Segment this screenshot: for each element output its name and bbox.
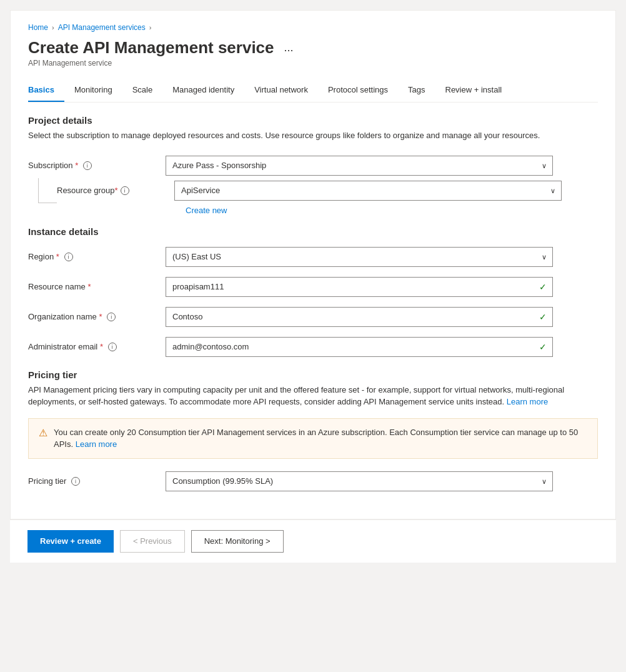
tab-scale[interactable]: Scale — [122, 79, 163, 102]
breadcrumb-sep2: › — [149, 24, 152, 31]
resource-name-label: Resource name * — [28, 282, 166, 291]
next-button[interactable]: Next: Monitoring > — [191, 530, 284, 553]
pricing-learn-more-link[interactable]: Learn more — [507, 397, 548, 406]
resource-group-select[interactable]: ApiService — [174, 181, 562, 201]
pricing-tier-control: Consumption (99.95% SLA) ∨ — [166, 471, 553, 491]
pricing-tier-desc: API Management pricing tiers vary in com… — [28, 384, 598, 408]
resource-group-label: Resource group * i — [57, 181, 174, 201]
ellipsis-button[interactable]: ... — [281, 40, 297, 56]
review-create-button[interactable]: Review + create — [27, 530, 114, 553]
subscription-required: * — [75, 161, 78, 170]
tab-bar: Basics Monitoring Scale Managed identity… — [28, 79, 598, 103]
rn-required: * — [87, 282, 91, 291]
org-name-control: ✓ — [166, 307, 553, 327]
breadcrumb-home[interactable]: Home — [28, 23, 48, 32]
breadcrumb: Home › API Management services › — [28, 23, 598, 32]
warning-box: ⚠ You can create only 20 Consumption tie… — [28, 418, 598, 459]
region-label: Region * i — [28, 252, 166, 262]
rg-required: * — [115, 186, 118, 195]
email-info-icon[interactable]: i — [108, 343, 117, 351]
email-required: * — [100, 342, 103, 351]
project-details-title: Project details — [28, 115, 598, 126]
pricing-tier-select[interactable]: Consumption (99.95% SLA) — [166, 471, 553, 491]
instance-details-title: Instance details — [28, 226, 598, 237]
pricing-tier-title: Pricing tier — [28, 369, 598, 380]
tab-managed-identity[interactable]: Managed identity — [162, 79, 244, 102]
admin-email-check-icon: ✓ — [539, 342, 547, 352]
warning-text: You can create only 20 Consumption tier … — [54, 426, 587, 451]
region-control: (US) East US ∨ — [166, 247, 553, 267]
page-subtitle: API Management service — [28, 59, 598, 68]
tab-review-install[interactable]: Review + install — [435, 79, 512, 102]
tab-protocol-settings[interactable]: Protocol settings — [318, 79, 398, 102]
subscription-label: Subscription * i — [28, 161, 166, 171]
tab-monitoring[interactable]: Monitoring — [64, 79, 122, 102]
footer: Review + create < Previous Next: Monitor… — [10, 519, 616, 563]
resource-name-check-icon: ✓ — [539, 282, 547, 292]
pricing-tier-info-icon[interactable]: i — [71, 477, 80, 486]
breadcrumb-sep1: › — [52, 24, 54, 31]
org-required: * — [99, 312, 102, 321]
subscription-select[interactable]: Azure Pass - Sponsorship — [166, 156, 553, 176]
subscription-control: Azure Pass - Sponsorship ∨ — [166, 156, 553, 176]
tab-tags[interactable]: Tags — [398, 79, 435, 102]
create-new-link[interactable]: Create new — [186, 206, 598, 215]
resource-group-control: ApiService ∨ — [174, 181, 562, 201]
tab-virtual-network[interactable]: Virtual network — [244, 79, 318, 102]
org-info-icon[interactable]: i — [107, 313, 116, 321]
region-required: * — [56, 252, 59, 261]
region-info-icon[interactable]: i — [64, 253, 73, 261]
admin-email-control: ✓ — [166, 337, 553, 357]
admin-email-input[interactable] — [166, 337, 553, 357]
org-name-check-icon: ✓ — [539, 312, 547, 322]
resource-name-input[interactable] — [166, 277, 553, 297]
page-title: Create API Management service — [28, 38, 274, 58]
warning-icon: ⚠ — [39, 427, 47, 439]
warning-learn-more-link[interactable]: Learn more — [76, 439, 117, 449]
region-select[interactable]: (US) East US — [166, 247, 553, 267]
rg-info-icon[interactable]: i — [121, 186, 129, 195]
breadcrumb-service[interactable]: API Management services — [58, 23, 146, 32]
resource-name-control: ✓ — [166, 277, 553, 297]
org-name-input[interactable] — [166, 307, 553, 327]
pricing-tier-label: Pricing tier i — [28, 476, 166, 486]
project-details-desc: Select the subscription to manage deploy… — [28, 129, 598, 142]
subscription-info-icon[interactable]: i — [83, 161, 92, 170]
tab-basics[interactable]: Basics — [28, 79, 64, 102]
org-name-label: Organization name * i — [28, 312, 166, 322]
previous-button[interactable]: < Previous — [120, 530, 185, 553]
admin-email-label: Administrator email * i — [28, 342, 166, 352]
